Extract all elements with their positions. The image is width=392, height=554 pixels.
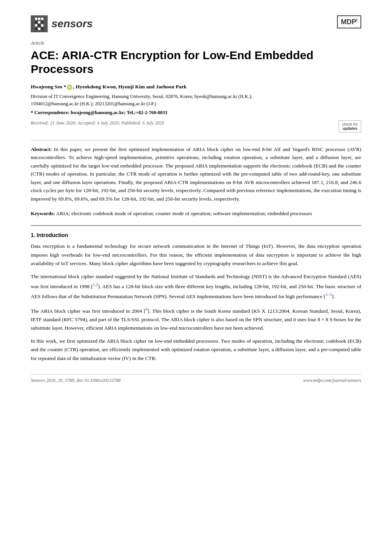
dates-row: Received: 21 June 2020; Accepted: 4 July… — [31, 120, 361, 134]
page-footer: Sensors 2020, 20, 3788; doi:10.3390/s201… — [31, 374, 361, 383]
affiliation-line1: Division of IT Convergence Engineering, … — [31, 94, 252, 99]
orcid-icon: iD — [67, 85, 72, 90]
section-1-title: Introduction — [37, 232, 68, 238]
article-label: Article — [31, 40, 361, 46]
journal-logo: sensors — [31, 15, 93, 32]
affiliation: Division of IT Convergence Engineering, … — [31, 93, 361, 108]
check-updates-badge: check for updates — [339, 120, 361, 133]
footer-right: www.mdpi.com/journal/sensors — [303, 378, 361, 383]
affiliation-line2: 1594012@hansung.ac.kr (H.K.); 20213201@h… — [31, 101, 156, 106]
section-1-heading: 1. Introduction — [31, 232, 361, 238]
correspondence-label: * — [31, 110, 34, 115]
section-1-number: 1. — [31, 232, 35, 238]
ref-3: 6 — [145, 307, 148, 311]
mdpi-logo: MDPI — [337, 15, 361, 28]
abstract-text: In this paper, we present the first opti… — [31, 146, 361, 202]
dates-text: Received: 21 June 2020; Accepted: 4 July… — [31, 120, 164, 126]
footer-left: Sensors 2020, 20, 3788; doi:10.3390/s201… — [31, 378, 121, 383]
check-updates-line2: updates — [342, 126, 358, 131]
first-author: Hwajeong Seo * — [31, 84, 66, 90]
keywords-label: Keywords: — [31, 211, 55, 216]
article-title: ACE: ARIA-CTR Encryption for Low-End Emb… — [31, 48, 361, 76]
correspondence-email: hwajeong@hansung.ac.kr; Tel.:+82-2-760-8… — [71, 110, 167, 115]
abstract-label: Abstract: — [31, 146, 52, 152]
check-updates-line1: check for — [342, 122, 358, 126]
coauthors: , Hyeokdong Kwon, Hyunji Kim and Jaehoon… — [73, 84, 186, 90]
logo-icon — [31, 15, 48, 32]
section-1-para-2: The international block cipher standard … — [31, 272, 361, 301]
section-1-para-1: Data encryption is a fundamental technol… — [31, 242, 361, 268]
correspondence: * Correspondence: hwajeong@hansung.ac.kr… — [31, 110, 361, 116]
keywords-section: Keywords: ARIA; electronic codebook mode… — [31, 209, 361, 218]
section-1-para-4: In this work, we first optimized the ARI… — [31, 337, 361, 363]
keywords-text: ARIA; electronic codebook mode of operat… — [56, 211, 312, 216]
correspondence-prefix: Correspondence: — [34, 110, 71, 115]
abstract-section: Abstract: In this paper, we present the … — [31, 145, 361, 203]
ref-2: 3–5 — [326, 292, 332, 297]
journal-name: sensors — [51, 18, 93, 30]
authors-line: Hwajeong Seo *iD, Hyeokdong Kwon, Hyunji… — [31, 84, 361, 90]
ref-1: 1,2 — [93, 282, 98, 287]
section-1-para-3: The ARIA block cipher was first introduc… — [31, 305, 361, 332]
divider-1 — [31, 140, 361, 141]
section-divider — [31, 225, 361, 226]
page-header: sensors MDPI — [31, 15, 361, 32]
